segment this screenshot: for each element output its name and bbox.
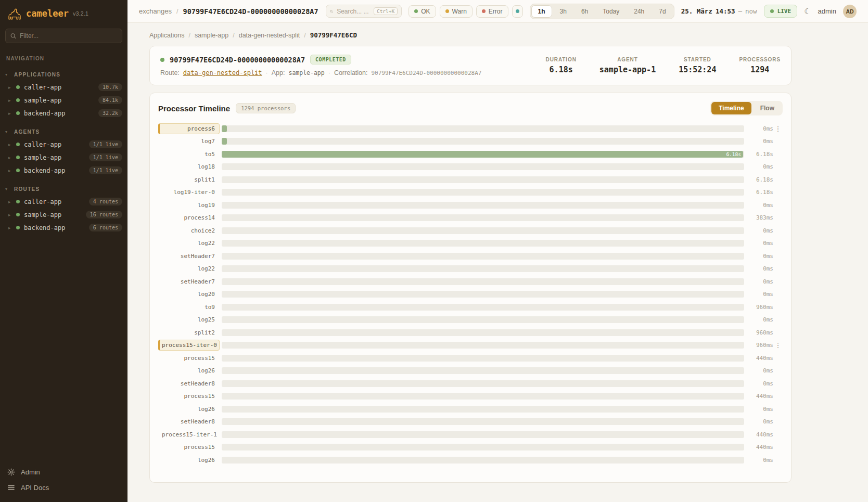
timeline-row-process14[interactable]: process14 383ms ⋮ (158, 212, 783, 225)
sidebar-item-backend-app[interactable]: ▸ backend-app 6 routes (0, 221, 127, 234)
avatar[interactable]: AD (843, 5, 857, 18)
status-filter-OK[interactable]: OK (409, 5, 436, 18)
timeline-row-process6[interactable]: process6 0ms ⋮ (158, 122, 783, 135)
time-range-1h[interactable]: 1h (531, 5, 552, 18)
api-docs-link[interactable]: API Docs (7, 484, 120, 492)
sidebar-section: ▾ AGENTS ▸ caller-app 1/1 live ▸ sample-… (0, 127, 127, 177)
topbar-breadcrumb: exchanges / 90799F47E6CD24D-000000000000… (139, 7, 319, 16)
app-logo[interactable]: cameleer v3.2.1 (0, 0, 127, 24)
timeline-row-process15-iter-1[interactable]: process15-iter-1 440ms ⋮ (158, 428, 783, 441)
view-timeline-button[interactable]: Timeline (711, 102, 751, 114)
duration-label: 440ms (744, 355, 773, 362)
timeline-row-split2[interactable]: split2 960ms ⋮ (158, 326, 783, 339)
timeline-row-log20[interactable]: log20 0ms ⋮ (158, 288, 783, 301)
timeline-row-log22[interactable]: log22 0ms ⋮ (158, 237, 783, 250)
sidebar-item-badge: 10.7k (98, 83, 122, 91)
processor-name: to5 (158, 149, 220, 160)
sidebar-item-label: caller-app (24, 198, 61, 205)
processor-name: log26 (158, 365, 220, 376)
section-header-routes[interactable]: ▾ ROUTES (0, 184, 127, 195)
sidebar-item-sample-app[interactable]: ▸ sample-app 1/1 live (0, 151, 127, 164)
time-range-6h[interactable]: 6h (575, 5, 595, 18)
status-dot (16, 169, 20, 172)
sidebar-item-sample-app[interactable]: ▸ sample-app 84.1k (0, 94, 127, 107)
status-filter-Error[interactable]: Error (476, 5, 508, 18)
time-range-today[interactable]: Today (596, 5, 626, 18)
processor-name: log26 (158, 455, 220, 466)
timeline-row-log26[interactable]: log26 0ms ⋮ (158, 365, 783, 378)
stat-agent: AGENT sample-app-1 (599, 57, 656, 74)
sidebar-item-caller-app[interactable]: ▸ caller-app 10.7k (0, 81, 127, 94)
timeline-row-log26[interactable]: log26 0ms ⋮ (158, 454, 783, 467)
processor-name: process6 (158, 123, 220, 134)
app-label: App: (272, 69, 285, 76)
chevron-right-icon: ▸ (8, 85, 12, 90)
admin-link[interactable]: Admin (7, 468, 120, 476)
breadcrumb-exchanges-link[interactable]: exchanges (139, 7, 172, 15)
sidebar-item-caller-app[interactable]: ▸ caller-app 1/1 live (0, 138, 127, 151)
sidebar-item-label: caller-app (24, 84, 61, 91)
timeline-row-split1[interactable]: split1 6.18s ⋮ (158, 173, 783, 186)
route-link[interactable]: data-gen-nested-split (183, 69, 262, 76)
time-range-display[interactable]: 25. März 14:53 — now (681, 7, 757, 15)
timeline-row-setHeader8[interactable]: setHeader8 0ms ⋮ (158, 377, 783, 390)
timeline-row-setHeader8[interactable]: setHeader8 0ms ⋮ (158, 416, 783, 429)
sidebar-filter-input[interactable] (20, 32, 117, 40)
timeline-row-log19-iter-0[interactable]: log19-iter-0 6.18s ⋮ (158, 186, 783, 199)
section-title: AGENTS (14, 129, 40, 135)
processor-name: setHeader8 (158, 378, 220, 389)
timeline-row-log25[interactable]: log25 0ms ⋮ (158, 314, 783, 327)
timeline-row-to5[interactable]: to5 6.18s 6.18s ⋮ (158, 148, 783, 161)
breadcrumb-item[interactable]: data-gen-nested-split (239, 32, 300, 39)
timeline-row-choice2[interactable]: choice2 0ms ⋮ (158, 224, 783, 237)
breadcrumb-item[interactable]: Applications (149, 32, 184, 39)
processor-name: log25 (158, 314, 220, 325)
sidebar-filter[interactable] (5, 29, 122, 43)
timeline-track (222, 214, 744, 221)
sidebar-item-badge: 32.2k (98, 109, 122, 117)
list-icon (7, 484, 15, 492)
live-toggle[interactable]: LIVE (764, 5, 798, 18)
sidebar-item-caller-app[interactable]: ▸ caller-app 4 routes (0, 195, 127, 208)
status-filter-Warn[interactable]: Warn (440, 5, 473, 18)
dark-mode-toggle-icon[interactable]: ☾ (804, 7, 811, 16)
timeline-track (222, 418, 744, 425)
timeline-row-log7[interactable]: log7 0ms ⋮ (158, 135, 783, 148)
duration-label: 0ms (744, 253, 773, 260)
sidebar-footer: Admin API Docs (0, 463, 127, 502)
timeline-row-log18[interactable]: log18 0ms ⋮ (158, 161, 783, 174)
timeline-track (222, 278, 744, 285)
status-filter-extra[interactable] (512, 5, 523, 18)
breadcrumb-item[interactable]: sample-app (195, 32, 228, 39)
timeline-row-setHeader7[interactable]: setHeader7 0ms ⋮ (158, 275, 783, 288)
duration-label: 440ms (744, 393, 773, 400)
user-name[interactable]: admin (818, 7, 836, 15)
chip-label: OK (421, 8, 430, 15)
sidebar-item-backend-app[interactable]: ▸ backend-app 1/1 live (0, 164, 127, 177)
row-menu-icon[interactable]: ⋮ (773, 125, 783, 133)
section-header-applications[interactable]: ▾ APPLICATIONS (0, 70, 127, 81)
time-range-24h[interactable]: 24h (627, 5, 651, 18)
search-box[interactable]: Ctrl+K (326, 5, 402, 18)
timeline-row-setHeader7[interactable]: setHeader7 0ms ⋮ (158, 250, 783, 263)
sidebar-item-sample-app[interactable]: ▸ sample-app 16 routes (0, 208, 127, 221)
row-menu-icon[interactable]: ⋮ (773, 341, 783, 349)
timeline-row-process15[interactable]: process15 440ms ⋮ (158, 390, 783, 403)
timeline-row-to9[interactable]: to9 960ms ⋮ (158, 301, 783, 314)
timeline-row-log26[interactable]: log26 0ms ⋮ (158, 403, 783, 416)
time-range-3h[interactable]: 3h (553, 5, 573, 18)
sidebar-item-backend-app[interactable]: ▸ backend-app 32.2k (0, 107, 127, 120)
timeline-row-log19[interactable]: log19 0ms ⋮ (158, 199, 783, 212)
stat-label: AGENT (599, 57, 656, 62)
timeline-row-process15[interactable]: process15 440ms ⋮ (158, 441, 783, 454)
chevron-down-icon: ▾ (5, 72, 7, 77)
time-range-7d[interactable]: 7d (652, 5, 672, 18)
search-input[interactable] (337, 8, 370, 15)
timeline-row-process15-iter-0[interactable]: process15-iter-0 960ms ⋮ (158, 339, 783, 352)
section-header-agents[interactable]: ▾ AGENTS (0, 127, 127, 138)
sidebar-item-label: backend-app (24, 110, 65, 117)
range-dash: — (738, 7, 743, 15)
view-flow-button[interactable]: Flow (753, 102, 782, 114)
timeline-row-log22[interactable]: log22 0ms ⋮ (158, 263, 783, 276)
timeline-row-process15[interactable]: process15 440ms ⋮ (158, 352, 783, 365)
